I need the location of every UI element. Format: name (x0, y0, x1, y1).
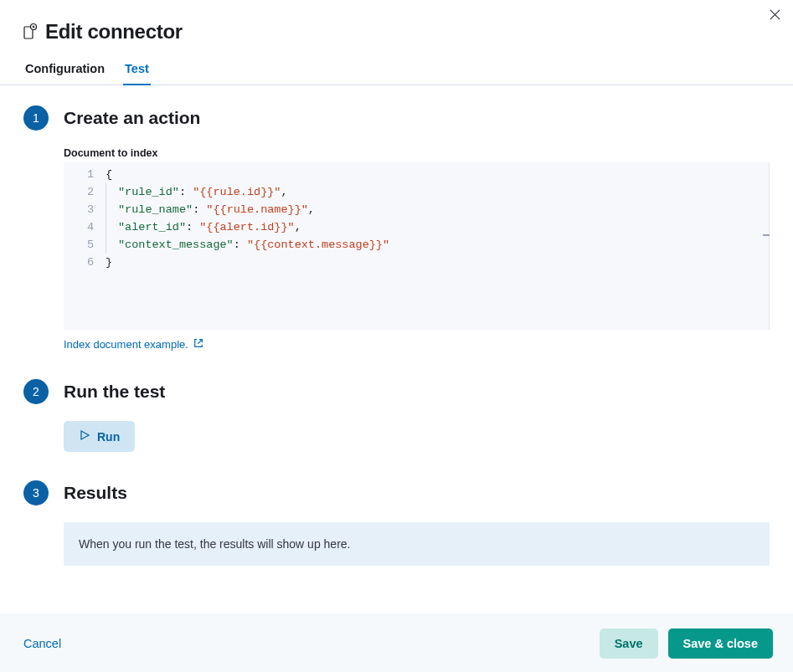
step-3-title: Results (64, 480, 770, 505)
step-3-badge: 3 (23, 480, 49, 505)
step-1-badge: 1 (23, 105, 49, 131)
cancel-button[interactable]: Cancel (20, 630, 64, 657)
document-label: Document to index (64, 147, 770, 159)
footer: Cancel Save Save & close (0, 614, 793, 672)
external-link-icon (193, 338, 203, 351)
run-button[interactable]: Run (64, 421, 135, 452)
flyout-title: Edit connector (45, 20, 183, 44)
results-placeholder: When you run the test, the results will … (64, 522, 770, 566)
tab-test[interactable]: Test (123, 54, 151, 85)
close-icon[interactable] (769, 8, 781, 23)
flyout-header: Edit connector (0, 0, 793, 54)
help-link[interactable]: Index document example. (64, 338, 203, 351)
step-2-title: Run the test (64, 379, 770, 404)
step-2-badge: 2 (23, 379, 49, 404)
run-label: Run (97, 430, 120, 444)
editor-mark (763, 234, 770, 236)
help-link-text: Index document example. (64, 338, 188, 351)
code-editor[interactable]: 123456 {"rule_id": "{{rule.id}}","rule_n… (64, 162, 770, 330)
tabs: Configuration Test (0, 54, 793, 85)
tab-configuration[interactable]: Configuration (23, 54, 106, 85)
save-close-button[interactable]: Save & close (668, 628, 773, 659)
save-button[interactable]: Save (600, 628, 658, 659)
play-icon (79, 429, 90, 444)
code-gutter: 123456 (64, 162, 106, 330)
step-1-title: Create an action (64, 105, 770, 131)
code-content[interactable]: {"rule_id": "{{rule.id}}","rule_name": "… (106, 162, 389, 330)
connector-icon (23, 23, 37, 42)
